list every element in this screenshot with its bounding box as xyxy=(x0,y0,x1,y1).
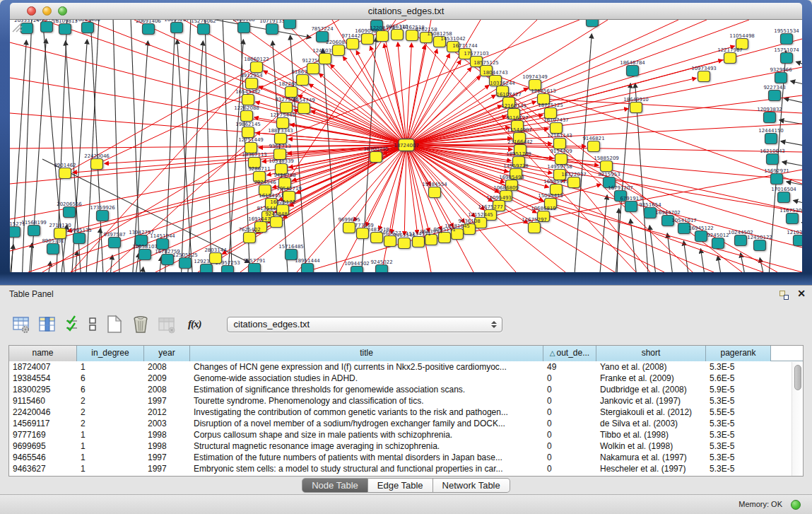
table-cell[interactable]: 5.5E-5 xyxy=(706,407,771,418)
function-builder-icon[interactable]: f(x) xyxy=(188,318,201,330)
network-node[interactable] xyxy=(21,23,33,34)
network-node[interactable] xyxy=(765,134,777,144)
table-cell[interactable]: 0 xyxy=(543,373,596,384)
table-cell[interactable]: 2012 xyxy=(144,407,190,418)
network-node[interactable] xyxy=(242,127,254,138)
network-canvas[interactable]: 2055372490557211810981320891406206914061… xyxy=(10,20,802,272)
table-cell[interactable]: Corpus callosum shape and size in male p… xyxy=(190,429,543,440)
table-cell[interactable]: 2008 xyxy=(144,361,190,373)
table-cell[interactable]: 9699695 xyxy=(9,440,77,452)
table-row[interactable]: 1456911722003Disruption of a novel membe… xyxy=(9,418,803,429)
network-node[interactable] xyxy=(357,228,369,239)
table-cell[interactable]: 1998 xyxy=(144,429,190,440)
table-cell[interactable]: Dudbridge et al. (2008) xyxy=(596,384,706,395)
network-node[interactable] xyxy=(249,264,261,273)
table-cell[interactable]: Estimation of significance thresholds fo… xyxy=(190,384,543,395)
table-cell[interactable]: 22420046 xyxy=(9,407,77,418)
table-cell[interactable]: 2003 xyxy=(144,418,190,429)
table-cell[interactable]: 1 xyxy=(77,463,144,474)
table-cell[interactable]: 19384554 xyxy=(9,373,77,384)
table-row[interactable]: 911546021997Tourette syndrome. Phenomeno… xyxy=(9,395,803,407)
table-cell[interactable]: 5.3E-5 xyxy=(706,429,771,440)
table-cell[interactable]: Estimation of the future numbers of pati… xyxy=(190,452,543,463)
network-node[interactable] xyxy=(754,240,766,251)
network-node[interactable] xyxy=(244,233,256,243)
network-node[interactable] xyxy=(794,235,803,246)
network-node[interactable] xyxy=(554,139,566,149)
table-cell[interactable]: 9465546 xyxy=(9,452,77,463)
table-cell[interactable]: 1997 xyxy=(144,395,190,407)
column-header-short[interactable]: short xyxy=(596,346,706,361)
network-node[interactable] xyxy=(238,23,250,33)
table-cell[interactable]: 0 xyxy=(543,463,596,474)
table-cell[interactable]: 1 xyxy=(77,429,144,440)
network-node[interactable] xyxy=(645,208,657,218)
table-row[interactable]: 969969511998Structural magnetic resonanc… xyxy=(9,440,803,452)
table-cell[interactable]: 2009 xyxy=(144,373,190,384)
network-node[interactable] xyxy=(392,30,404,40)
network-node[interactable] xyxy=(767,154,779,165)
table-cell[interactable]: de Silva et al. (2003) xyxy=(596,418,706,429)
network-node[interactable] xyxy=(157,239,169,250)
row-height-icon[interactable] xyxy=(88,315,98,334)
network-node[interactable] xyxy=(277,118,289,129)
network-node[interactable] xyxy=(698,71,710,82)
table-cell[interactable]: Tibbo et al. (1998) xyxy=(596,429,706,440)
network-node[interactable] xyxy=(343,223,355,233)
memory-status-indicator[interactable] xyxy=(791,500,801,510)
network-node[interactable] xyxy=(771,174,783,185)
resize-grip-icon[interactable] xyxy=(10,20,23,33)
network-node[interactable] xyxy=(319,54,331,64)
network-node[interactable] xyxy=(781,53,793,64)
table-row[interactable]: 946554611997Estimation of the future num… xyxy=(9,452,803,463)
column-visibility-icon[interactable] xyxy=(38,315,57,334)
network-node[interactable] xyxy=(297,75,309,86)
column-header-out_de[interactable]: △out_de... xyxy=(543,346,596,361)
scrollbar-thumb[interactable] xyxy=(794,365,801,390)
table-cell[interactable]: 9777169 xyxy=(9,429,77,440)
table-cell[interactable]: 0 xyxy=(543,384,596,395)
table-cell[interactable]: 5.3E-5 xyxy=(706,395,771,407)
network-node[interactable] xyxy=(347,39,359,49)
table-settings-icon[interactable] xyxy=(12,315,30,334)
table-cell[interactable]: Embryonic stem cells: a model to study s… xyxy=(190,463,543,474)
network-node[interactable] xyxy=(787,214,799,224)
network-node[interactable] xyxy=(246,78,258,89)
table-row[interactable]: 977716911998Corpus callosum shape and si… xyxy=(9,429,803,440)
table-cell[interactable]: 5.3E-5 xyxy=(706,452,771,463)
table-cell[interactable]: 2 xyxy=(77,407,144,418)
network-node[interactable] xyxy=(627,66,639,76)
network-node[interactable] xyxy=(384,236,396,247)
table-cell[interactable]: 5.3E-5 xyxy=(706,361,771,373)
table-cell[interactable]: 5.9E-5 xyxy=(706,384,771,395)
network-node[interactable] xyxy=(162,255,174,265)
network-node[interactable] xyxy=(351,267,363,273)
table-cell[interactable]: 5.3E-5 xyxy=(706,463,771,474)
column-header-title[interactable]: title xyxy=(190,346,543,361)
network-node[interactable] xyxy=(73,233,86,244)
table-cell[interactable]: 1997 xyxy=(144,463,190,474)
network-node[interactable] xyxy=(769,90,781,101)
network-node[interactable] xyxy=(171,23,183,33)
table-cell[interactable]: Yano et al. (2008) xyxy=(596,361,706,373)
network-node[interactable] xyxy=(764,112,776,123)
network-node[interactable] xyxy=(302,264,314,273)
table-cell[interactable]: 18724007 xyxy=(9,361,77,373)
tab-network-table[interactable]: Network Table xyxy=(433,478,510,493)
table-cell[interactable]: 5.6E-5 xyxy=(706,373,771,384)
table-cell[interactable]: Wolkin et al. (1998) xyxy=(596,440,706,452)
network-node[interactable] xyxy=(275,134,287,144)
network-node[interactable] xyxy=(222,266,234,273)
network-node[interactable] xyxy=(139,250,151,260)
network-node[interactable] xyxy=(54,228,66,239)
table-cell[interactable]: Jankovic et al. (1997) xyxy=(596,395,706,407)
network-node[interactable] xyxy=(695,231,707,242)
table-cell[interactable]: Stergiakouli et al. (2012) xyxy=(596,407,706,418)
network-node[interactable] xyxy=(724,53,736,64)
table-cell[interactable]: Franke et al. (2009) xyxy=(596,373,706,384)
network-node[interactable] xyxy=(370,152,382,163)
network-node[interactable] xyxy=(778,192,790,203)
network-node[interactable] xyxy=(333,45,345,56)
table-cell[interactable]: 14569117 xyxy=(9,418,77,429)
table-selector-dropdown[interactable]: citations_edges.txt xyxy=(227,317,502,332)
